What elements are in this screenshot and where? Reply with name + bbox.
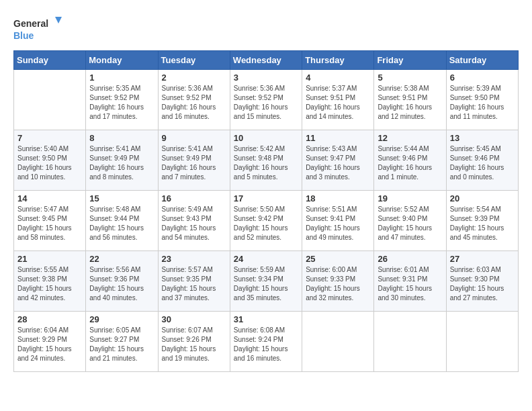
day-info: Sunrise: 5:40 AM Sunset: 9:50 PM Dayligh… xyxy=(17,144,82,182)
logo-icon: GeneralBlue xyxy=(13,13,67,44)
page-header: GeneralBlue xyxy=(13,13,519,44)
day-info: Sunrise: 5:50 AM Sunset: 9:42 PM Dayligh… xyxy=(234,205,298,242)
logo: GeneralBlue xyxy=(13,13,67,44)
weekday-header: Thursday xyxy=(302,51,374,70)
day-number: 7 xyxy=(17,133,82,143)
day-number: 25 xyxy=(306,254,370,264)
day-info: Sunrise: 5:51 AM Sunset: 9:41 PM Dayligh… xyxy=(306,205,370,242)
day-info: Sunrise: 5:44 AM Sunset: 9:46 PM Dayligh… xyxy=(378,144,442,182)
day-info: Sunrise: 5:36 AM Sunset: 9:52 PM Dayligh… xyxy=(162,84,226,122)
calendar-cell: 25Sunrise: 6:00 AM Sunset: 9:33 PM Dayli… xyxy=(302,251,374,312)
day-number: 21 xyxy=(17,254,82,264)
calendar-table: SundayMondayTuesdayWednesdayThursdayFrid… xyxy=(13,50,519,372)
calendar-cell: 22Sunrise: 5:56 AM Sunset: 9:36 PM Dayli… xyxy=(86,251,158,312)
day-info: Sunrise: 6:08 AM Sunset: 9:24 PM Dayligh… xyxy=(234,326,298,363)
calendar-cell: 23Sunrise: 5:57 AM Sunset: 9:35 PM Dayli… xyxy=(158,251,230,312)
calendar-cell: 21Sunrise: 5:55 AM Sunset: 9:38 PM Dayli… xyxy=(14,251,86,312)
day-info: Sunrise: 6:04 AM Sunset: 9:29 PM Dayligh… xyxy=(17,326,82,363)
calendar-cell: 20Sunrise: 5:54 AM Sunset: 9:39 PM Dayli… xyxy=(446,191,518,251)
day-number: 19 xyxy=(378,193,442,203)
calendar-week-row: 7Sunrise: 5:40 AM Sunset: 9:50 PM Daylig… xyxy=(14,130,519,191)
day-number: 1 xyxy=(89,73,154,83)
calendar-cell: 4Sunrise: 5:37 AM Sunset: 9:51 PM Daylig… xyxy=(302,70,374,130)
calendar-cell: 16Sunrise: 5:49 AM Sunset: 9:43 PM Dayli… xyxy=(158,191,230,251)
calendar-cell: 9Sunrise: 5:41 AM Sunset: 9:49 PM Daylig… xyxy=(158,130,230,191)
header-row: SundayMondayTuesdayWednesdayThursdayFrid… xyxy=(14,51,519,70)
day-number: 20 xyxy=(450,193,515,203)
calendar-week-row: 1Sunrise: 5:35 AM Sunset: 9:52 PM Daylig… xyxy=(14,70,519,130)
calendar-cell xyxy=(374,312,446,372)
day-info: Sunrise: 5:56 AM Sunset: 9:36 PM Dayligh… xyxy=(89,265,154,303)
day-number: 5 xyxy=(378,73,442,83)
day-number: 28 xyxy=(17,314,82,324)
calendar-cell: 29Sunrise: 6:05 AM Sunset: 9:27 PM Dayli… xyxy=(86,312,158,372)
day-info: Sunrise: 5:55 AM Sunset: 9:38 PM Dayligh… xyxy=(17,265,82,303)
day-number: 4 xyxy=(306,73,370,83)
day-number: 26 xyxy=(378,254,442,264)
calendar-cell: 10Sunrise: 5:42 AM Sunset: 9:48 PM Dayli… xyxy=(230,130,302,191)
day-number: 3 xyxy=(234,73,298,83)
day-number: 9 xyxy=(162,133,226,143)
day-info: Sunrise: 5:42 AM Sunset: 9:48 PM Dayligh… xyxy=(234,144,298,182)
day-info: Sunrise: 5:49 AM Sunset: 9:43 PM Dayligh… xyxy=(162,205,226,242)
day-number: 15 xyxy=(89,193,154,203)
calendar-cell: 24Sunrise: 5:59 AM Sunset: 9:34 PM Dayli… xyxy=(230,251,302,312)
weekday-header: Monday xyxy=(86,51,158,70)
day-number: 13 xyxy=(450,133,515,143)
calendar-cell xyxy=(302,312,374,372)
day-number: 10 xyxy=(234,133,298,143)
day-number: 29 xyxy=(89,314,154,324)
calendar-cell: 26Sunrise: 6:01 AM Sunset: 9:31 PM Dayli… xyxy=(374,251,446,312)
day-info: Sunrise: 5:43 AM Sunset: 9:47 PM Dayligh… xyxy=(306,144,370,182)
day-info: Sunrise: 5:39 AM Sunset: 9:50 PM Dayligh… xyxy=(450,84,515,122)
day-number: 22 xyxy=(89,254,154,264)
day-info: Sunrise: 6:01 AM Sunset: 9:31 PM Dayligh… xyxy=(378,265,442,303)
day-info: Sunrise: 5:35 AM Sunset: 9:52 PM Dayligh… xyxy=(89,84,154,122)
day-info: Sunrise: 6:00 AM Sunset: 9:33 PM Dayligh… xyxy=(306,265,370,303)
day-number: 8 xyxy=(89,133,154,143)
day-number: 2 xyxy=(162,73,226,83)
day-number: 23 xyxy=(162,254,226,264)
weekday-header: Sunday xyxy=(14,51,86,70)
day-number: 11 xyxy=(306,133,370,143)
day-number: 31 xyxy=(234,314,298,324)
day-info: Sunrise: 5:38 AM Sunset: 9:51 PM Dayligh… xyxy=(378,84,442,122)
day-number: 16 xyxy=(162,193,226,203)
weekday-header: Wednesday xyxy=(230,51,302,70)
calendar-cell: 8Sunrise: 5:41 AM Sunset: 9:49 PM Daylig… xyxy=(86,130,158,191)
calendar-cell: 1Sunrise: 5:35 AM Sunset: 9:52 PM Daylig… xyxy=(86,70,158,130)
day-info: Sunrise: 5:47 AM Sunset: 9:45 PM Dayligh… xyxy=(17,205,82,242)
calendar-cell: 11Sunrise: 5:43 AM Sunset: 9:47 PM Dayli… xyxy=(302,130,374,191)
day-info: Sunrise: 5:52 AM Sunset: 9:40 PM Dayligh… xyxy=(378,205,442,242)
svg-text:General: General xyxy=(13,18,48,29)
day-info: Sunrise: 5:37 AM Sunset: 9:51 PM Dayligh… xyxy=(306,84,370,122)
calendar-cell: 12Sunrise: 5:44 AM Sunset: 9:46 PM Dayli… xyxy=(374,130,446,191)
day-info: Sunrise: 5:54 AM Sunset: 9:39 PM Dayligh… xyxy=(450,205,515,242)
calendar-cell: 15Sunrise: 5:48 AM Sunset: 9:44 PM Dayli… xyxy=(86,191,158,251)
weekday-header: Tuesday xyxy=(158,51,230,70)
day-info: Sunrise: 6:05 AM Sunset: 9:27 PM Dayligh… xyxy=(89,326,154,363)
weekday-header: Saturday xyxy=(446,51,518,70)
weekday-header: Friday xyxy=(374,51,446,70)
calendar-cell: 7Sunrise: 5:40 AM Sunset: 9:50 PM Daylig… xyxy=(14,130,86,191)
calendar-cell: 2Sunrise: 5:36 AM Sunset: 9:52 PM Daylig… xyxy=(158,70,230,130)
calendar-cell: 3Sunrise: 5:36 AM Sunset: 9:52 PM Daylig… xyxy=(230,70,302,130)
svg-text:Blue: Blue xyxy=(13,30,34,41)
day-number: 30 xyxy=(162,314,226,324)
day-number: 6 xyxy=(450,73,515,83)
calendar-cell: 14Sunrise: 5:47 AM Sunset: 9:45 PM Dayli… xyxy=(14,191,86,251)
calendar-week-row: 21Sunrise: 5:55 AM Sunset: 9:38 PM Dayli… xyxy=(14,251,519,312)
day-info: Sunrise: 5:48 AM Sunset: 9:44 PM Dayligh… xyxy=(89,205,154,242)
day-info: Sunrise: 5:57 AM Sunset: 9:35 PM Dayligh… xyxy=(162,265,226,303)
day-number: 27 xyxy=(450,254,515,264)
calendar-cell xyxy=(14,70,86,130)
calendar-week-row: 28Sunrise: 6:04 AM Sunset: 9:29 PM Dayli… xyxy=(14,312,519,372)
calendar-cell: 5Sunrise: 5:38 AM Sunset: 9:51 PM Daylig… xyxy=(374,70,446,130)
day-info: Sunrise: 5:45 AM Sunset: 9:46 PM Dayligh… xyxy=(450,144,515,182)
day-info: Sunrise: 5:41 AM Sunset: 9:49 PM Dayligh… xyxy=(162,144,226,182)
day-number: 24 xyxy=(234,254,298,264)
calendar-cell: 19Sunrise: 5:52 AM Sunset: 9:40 PM Dayli… xyxy=(374,191,446,251)
calendar-cell: 17Sunrise: 5:50 AM Sunset: 9:42 PM Dayli… xyxy=(230,191,302,251)
calendar-week-row: 14Sunrise: 5:47 AM Sunset: 9:45 PM Dayli… xyxy=(14,191,519,251)
day-number: 14 xyxy=(17,193,82,203)
